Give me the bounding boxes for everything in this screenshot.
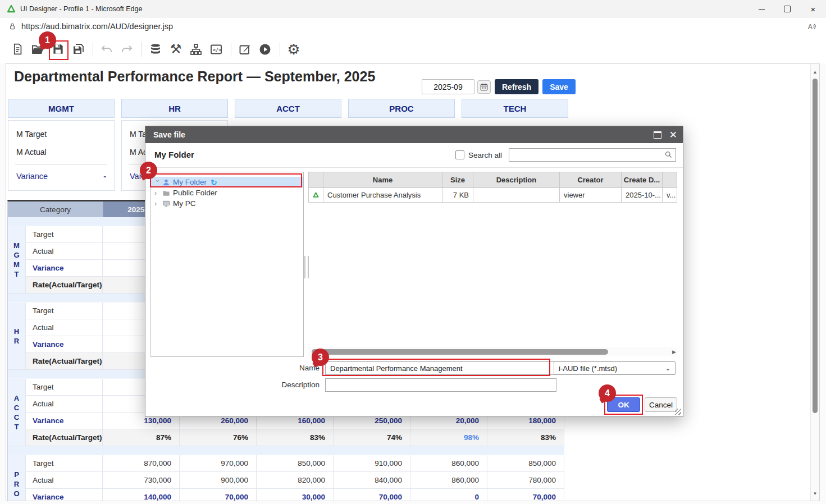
save-as-button[interactable] xyxy=(69,40,88,59)
dialog-close-icon[interactable]: ✕ xyxy=(669,130,677,140)
code-editor-button[interactable]: </> xyxy=(207,40,226,59)
maximize-button[interactable] xyxy=(774,0,800,18)
value-cell: 850,000 xyxy=(487,455,564,472)
cancel-button[interactable]: Cancel xyxy=(645,397,677,412)
group-spacer xyxy=(8,446,564,455)
url-bar[interactable]: https://aud.bimatrix.com/AUD/designer.js… xyxy=(0,18,826,35)
value-cell: 780,000 xyxy=(487,472,564,489)
file-list-hscrollbar[interactable]: ▶ xyxy=(308,347,677,356)
run-button[interactable] xyxy=(255,40,275,59)
url-text[interactable]: https://aud.bimatrix.com/AUD/designer.js… xyxy=(21,22,173,31)
tree-item-label[interactable]: Public Folder xyxy=(173,189,217,197)
row-label: Rate(Actual/Target) xyxy=(26,277,103,294)
file-type-select[interactable]: i-AUD file (*.mtsd) ⌄ xyxy=(554,361,676,375)
read-aloud-icon[interactable]: A xyxy=(807,21,818,31)
value-cell: 76% xyxy=(180,429,257,446)
description-input[interactable] xyxy=(325,378,556,392)
resize-grip[interactable] xyxy=(675,409,681,415)
file-row[interactable]: Customer Purchase Analysis7 KBviewer2025… xyxy=(308,187,677,203)
category-header[interactable]: Category xyxy=(8,201,103,217)
redo-button[interactable] xyxy=(117,40,136,59)
search-all-checkbox[interactable] xyxy=(455,150,464,159)
database-icon xyxy=(149,43,162,56)
panel-splitter[interactable] xyxy=(304,256,309,278)
lock-icon xyxy=(8,22,17,31)
tab-tech[interactable]: TECH xyxy=(462,99,568,118)
toolbar-divider xyxy=(231,42,231,57)
hierarchy-button[interactable] xyxy=(186,40,206,59)
edit-button[interactable] xyxy=(235,40,254,59)
metric-label: M Actual xyxy=(16,148,114,157)
new-document-icon xyxy=(11,43,24,56)
new-document-button[interactable] xyxy=(8,40,27,59)
annotation-step-3: 3 xyxy=(312,349,329,366)
page-scrollbar[interactable]: ▲ ▼ xyxy=(810,64,819,501)
row-label: Variance xyxy=(26,260,103,277)
toolbar-divider xyxy=(280,42,280,57)
report-save-button[interactable]: Save xyxy=(542,79,576,94)
column-header-name[interactable]: Name xyxy=(323,172,442,187)
tree-item-public-folder[interactable]: › Public Folder xyxy=(151,187,303,198)
hierarchy-icon xyxy=(189,43,203,56)
tree-item-my-folder[interactable]: › My Folder ↻ xyxy=(151,177,303,187)
file-list-header: NameSizeDescriptionCreatorCreate D... xyxy=(308,172,677,187)
toolbar-divider xyxy=(142,42,142,57)
department-tabs: MGMTHRACCTPROCTECH xyxy=(8,99,568,118)
tree-item-label[interactable]: My PC xyxy=(173,199,196,208)
annotation-step-4: 4 xyxy=(599,384,616,402)
column-header-size[interactable]: Size xyxy=(442,172,473,187)
gear-icon: ⚙ xyxy=(287,42,300,57)
column-header-create-d[interactable]: Create D... xyxy=(622,172,663,187)
value-cell: 820,000 xyxy=(257,472,334,489)
hammer-wrench-icon: ⚒ xyxy=(170,43,182,56)
scroll-down-icon[interactable]: ▼ xyxy=(811,491,819,496)
column-header[interactable] xyxy=(663,172,677,187)
refresh-icon[interactable]: ↻ xyxy=(211,178,217,187)
close-button[interactable]: × xyxy=(800,0,826,18)
tools-button[interactable]: ⚒ xyxy=(166,40,185,59)
row-label: Target xyxy=(26,455,103,472)
value-cell: 860,000 xyxy=(410,455,487,472)
search-icon[interactable] xyxy=(664,150,673,159)
column-header-description[interactable]: Description xyxy=(473,172,560,187)
redo-icon xyxy=(120,43,134,56)
tab-proc[interactable]: PROC xyxy=(348,99,455,118)
file-list: NameSizeDescriptionCreatorCreate D... Cu… xyxy=(308,172,677,203)
chevron-down-icon[interactable]: › xyxy=(154,180,162,186)
value-cell: 970,000 xyxy=(180,455,257,472)
scrollbar-thumb[interactable] xyxy=(813,79,818,413)
value-cell: 70,000 xyxy=(487,489,564,501)
dialog-section-title: My Folder xyxy=(154,150,194,159)
tab-acct[interactable]: ACCT xyxy=(235,99,341,118)
database-button[interactable] xyxy=(146,40,165,59)
metric-label: M Target xyxy=(16,130,114,139)
scroll-right-icon[interactable]: ▶ xyxy=(672,349,676,355)
scroll-up-icon[interactable]: ▲ xyxy=(811,70,819,75)
edit-icon xyxy=(238,43,252,56)
tree-item-label[interactable]: My Folder xyxy=(173,178,207,186)
summary-card-mgmt: M Target M Actual Variance - xyxy=(8,120,115,191)
undo-button[interactable] xyxy=(97,40,116,59)
search-input[interactable] xyxy=(509,148,676,162)
file-name-input[interactable] xyxy=(325,361,556,375)
value-cell: 860,000 xyxy=(410,472,487,489)
tree-item-my-pc[interactable]: › My PC xyxy=(151,198,303,209)
period-input[interactable] xyxy=(422,79,474,94)
dialog-maximize-icon[interactable] xyxy=(654,131,661,139)
column-header-creator[interactable]: Creator xyxy=(560,172,622,187)
tab-hr[interactable]: HR xyxy=(121,99,228,118)
value-cell: 70,000 xyxy=(334,489,410,501)
hscrollbar-thumb[interactable] xyxy=(312,349,608,355)
window-title: UI Designer - Profile 1 - Microsoft Edge xyxy=(20,5,142,13)
chevron-right-icon[interactable]: › xyxy=(154,200,161,208)
chevron-right-icon[interactable]: › xyxy=(154,189,161,197)
play-icon xyxy=(258,43,272,56)
row-label: Variance xyxy=(26,489,103,501)
calendar-button[interactable] xyxy=(477,80,491,94)
refresh-button[interactable]: Refresh xyxy=(495,79,539,94)
column-header[interactable] xyxy=(308,172,323,187)
dialog-titlebar[interactable]: Save file ✕ xyxy=(145,126,683,143)
settings-button[interactable]: ⚙ xyxy=(284,40,303,59)
minimize-button[interactable] xyxy=(749,0,774,18)
tab-mgmt[interactable]: MGMT xyxy=(8,99,115,118)
